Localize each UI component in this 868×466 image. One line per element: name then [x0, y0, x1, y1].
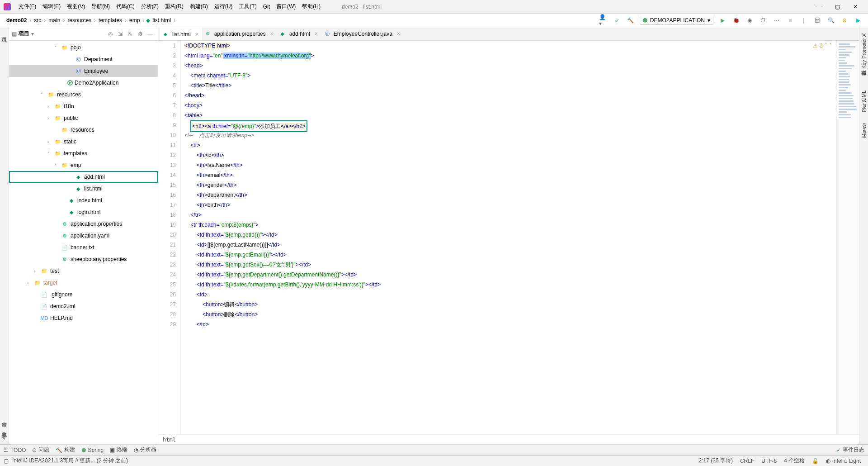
maximize-button[interactable]: ▢	[828, 0, 846, 13]
status-update[interactable]: IntelliJ IDEA2021.1.3可用 // 更新... (2 分钟 之…	[9, 457, 132, 465]
crumb-project[interactable]: demo02	[5, 17, 28, 24]
left-tab-structure[interactable]: 结构	[0, 414, 9, 422]
stop-icon[interactable]: ■	[786, 16, 795, 25]
tree-file-add-html[interactable]: ◆add.html	[9, 171, 158, 183]
tree-file-index-html[interactable]: ◆index.html	[9, 195, 158, 206]
minimize-button[interactable]: —	[810, 0, 828, 13]
status-encoding[interactable]: UTF-8	[758, 458, 780, 464]
tree-file-sheep[interactable]: ⚙sheepbotany.properties	[9, 253, 158, 265]
tree-folder-resources[interactable]: ˅📁resources	[9, 89, 158, 100]
status-indent[interactable]: 4 个空格	[780, 457, 808, 465]
select-open-file-icon[interactable]: ◎	[105, 31, 115, 37]
codewithme-icon[interactable]: ▶	[854, 16, 863, 25]
crumb-templates[interactable]: templates	[98, 17, 123, 24]
tree-file-login-html[interactable]: ◆login.html	[9, 206, 158, 218]
tab-add-html[interactable]: ◆add.html✕	[277, 28, 321, 40]
tool-build[interactable]: 🔨构建	[56, 446, 75, 454]
tree-file-demo2iml[interactable]: 📄demo2.iml	[9, 300, 158, 312]
status-position[interactable]: 2:17 (35 字符)	[695, 457, 736, 465]
chevron-up-icon[interactable]: ˄	[825, 43, 827, 49]
code-minimap[interactable]	[836, 41, 859, 434]
menu-run[interactable]: 运行(U)	[211, 3, 236, 10]
menu-git[interactable]: Git	[260, 4, 273, 10]
menu-edit[interactable]: 编辑(E)	[39, 3, 64, 10]
crumb-emp[interactable]: emp	[128, 17, 141, 24]
right-tab-keypromoter[interactable]: Key Promoter X	[860, 30, 868, 72]
tree-folder-templates[interactable]: ˅📁templates	[9, 147, 158, 159]
inspection-widget[interactable]: ⚠2 ˄ ˅	[813, 43, 832, 49]
right-tab-maven[interactable]: Maven	[860, 119, 868, 142]
chevron-down-icon[interactable]: ▾	[31, 31, 34, 37]
menu-view[interactable]: 视图(V)	[64, 3, 88, 10]
crumb-main[interactable]: main	[47, 17, 61, 24]
right-tab-plantuml[interactable]: PlantUML	[860, 87, 868, 116]
tree-folder-resources2[interactable]: 📁resources	[9, 124, 158, 136]
menu-window[interactable]: 窗口(W)	[273, 3, 299, 10]
tool-profiler[interactable]: ◔分析器	[134, 446, 156, 454]
tree-file-appyaml[interactable]: ⚙application.yaml	[9, 230, 158, 242]
tree-file-list-html[interactable]: ◆list.html	[9, 183, 158, 195]
menu-file[interactable]: 文件(F)	[15, 3, 39, 10]
add-icon[interactable]: ⊕	[840, 16, 849, 25]
menu-build[interactable]: 构建(B)	[187, 3, 211, 10]
run-icon[interactable]: ▶	[718, 16, 727, 25]
collapse-all-icon[interactable]: ⇱	[125, 31, 135, 37]
close-button[interactable]: ✕	[846, 0, 864, 13]
close-icon[interactable]: ✕	[195, 32, 198, 37]
crumb-src[interactable]: src	[33, 17, 42, 24]
tree-file-department[interactable]: ⒸDepartment	[9, 53, 158, 65]
coverage-icon[interactable]: ◉	[745, 16, 754, 25]
tree-folder-target[interactable]: ›📁target	[9, 277, 158, 289]
search-icon[interactable]: 🔍	[826, 16, 835, 25]
right-tab-database[interactable]: 数据库	[859, 76, 868, 83]
close-icon[interactable]: ✕	[270, 31, 274, 36]
tree-file-gitignore[interactable]: 📄.gitignore	[9, 289, 158, 300]
hide-panel-icon[interactable]: —	[145, 31, 155, 37]
settings-icon[interactable]: ⚙	[135, 31, 145, 37]
left-tab-favorites[interactable]: 收藏夹	[0, 424, 9, 432]
profile-icon[interactable]: ⏱	[759, 16, 768, 25]
tab-appprops[interactable]: ⚙application.properties✕	[202, 28, 277, 40]
tree-folder-test[interactable]: ›📁test	[9, 265, 158, 277]
update-icon[interactable]: ↙	[613, 16, 622, 25]
tab-list-html[interactable]: ◆list.html✕	[160, 28, 202, 40]
tree-folder-emp[interactable]: ˅📁emp	[9, 159, 158, 171]
editor-body[interactable]: 1234567891011121314151617181920212223242…	[158, 41, 859, 434]
line-gutter[interactable]: 1234567891011121314151617181920212223242…	[158, 41, 181, 434]
tool-window-icon[interactable]: ▢	[4, 458, 9, 464]
debug-icon[interactable]: 🐞	[731, 16, 741, 25]
tree-file-demo2app[interactable]: Demo2Application	[9, 77, 158, 89]
expand-all-icon[interactable]: ⇲	[115, 31, 125, 37]
close-icon[interactable]: ✕	[314, 31, 318, 36]
tree-folder-pojo[interactable]: ˅📁pojo	[9, 42, 158, 53]
status-lock-icon[interactable]: 🔓	[808, 458, 822, 464]
hammer-icon[interactable]: 🔨	[626, 16, 635, 25]
tree-file-banner[interactable]: 📄banner.txt	[9, 242, 158, 253]
star-icon[interactable]: ★	[0, 434, 7, 442]
menu-refactor[interactable]: 重构(R)	[162, 3, 187, 10]
editor-breadcrumb[interactable]: html	[158, 434, 859, 444]
tree-file-help[interactable]: MDHELP.md	[9, 312, 158, 324]
project-tree[interactable]: ˅📁pojo ⒸDepartment ⒸEmployee Demo2Applic…	[9, 41, 158, 444]
tree-file-employee[interactable]: ⒸEmployee	[9, 65, 158, 77]
menu-code[interactable]: 代码(C)	[113, 3, 138, 10]
chevron-down-icon[interactable]: ˅	[829, 43, 832, 49]
menu-nav[interactable]: 导航(N)	[88, 3, 113, 10]
more-run-icon[interactable]: ⋯	[772, 16, 781, 25]
tool-todo[interactable]: ☰TODO	[4, 447, 26, 453]
tool-spring[interactable]: ⬢Spring	[81, 447, 104, 453]
tool-terminal[interactable]: ▣终端	[110, 446, 127, 454]
tree-folder-public[interactable]: ›📁public	[9, 112, 158, 124]
event-log[interactable]: ✓事件日志	[836, 446, 864, 454]
left-tab-project[interactable]: 项目	[0, 30, 9, 37]
tree-file-appprops[interactable]: ⚙application.properties	[9, 218, 158, 230]
crumb-resources[interactable]: resources	[66, 17, 92, 24]
status-theme[interactable]: ◐ IntelliJ Light	[822, 458, 864, 464]
menu-help[interactable]: 帮助(H)	[299, 3, 324, 10]
run-config-selector[interactable]: DEMO2APPLICATION ▾	[640, 16, 713, 25]
menu-tools[interactable]: 工具(T)	[236, 3, 259, 10]
tree-folder-i18n[interactable]: ›📁i18n	[9, 100, 158, 112]
status-line-sep[interactable]: CRLF	[736, 458, 758, 464]
tree-folder-static[interactable]: ›📁static	[9, 136, 158, 147]
code-area[interactable]: ⚠2 ˄ ˅ <!DOCTYPE html> <html lang="en" x…	[181, 41, 836, 434]
